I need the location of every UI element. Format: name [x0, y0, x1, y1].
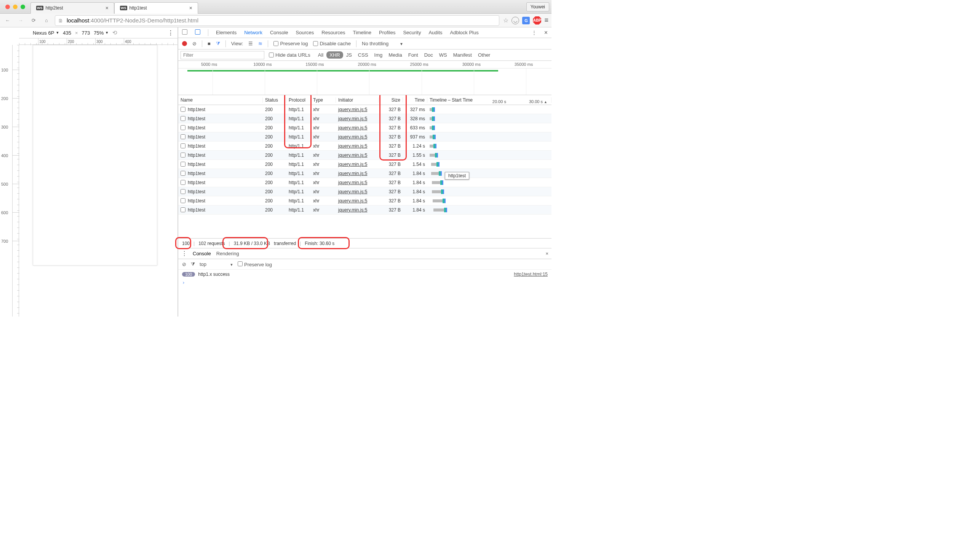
disable-cache-checkbox[interactable]: Disable cache [313, 41, 351, 47]
devtools-tab-sources[interactable]: Sources [296, 30, 314, 35]
console-log-line[interactable]: 100 http1.x success http1test.html:15 [178, 270, 552, 279]
throttling-select[interactable]: No throttling ▼ [362, 41, 403, 47]
url-input[interactable]: 🗎 localhost:4000/HTTP2-NodeJS-Demo/http1… [55, 15, 499, 26]
console-preserve-log-checkbox[interactable]: Preserve log [237, 262, 272, 267]
hide-data-urls-checkbox[interactable]: Hide data URLs [269, 52, 310, 58]
devtools-tab-security[interactable]: Security [403, 30, 421, 35]
devtools-tab-network[interactable]: Network [244, 30, 263, 35]
preserve-log-checkbox[interactable]: Preserve log [273, 41, 308, 47]
row-checkbox[interactable] [181, 153, 186, 158]
row-checkbox[interactable] [181, 143, 186, 148]
camera-icon[interactable]: ■ [207, 41, 211, 47]
devtools-tab-console[interactable]: Console [270, 30, 288, 35]
filter-input[interactable] [181, 51, 264, 59]
row-checkbox[interactable] [181, 125, 186, 130]
pocket-extension-icon[interactable]: ◡ [512, 17, 519, 24]
browser-tab-http2test[interactable]: WS http2test × [30, 2, 114, 14]
home-button[interactable]: ⌂ [42, 16, 51, 25]
view-list-icon[interactable]: ☰ [248, 41, 253, 47]
filter-type-js[interactable]: JS [343, 52, 355, 58]
network-request-row[interactable]: http1test200http/1.1xhrjquery.min.js:532… [178, 205, 552, 215]
filter-type-xhr[interactable]: XHR [326, 52, 343, 58]
google-translate-extension-icon[interactable]: G [522, 17, 530, 24]
row-checkbox[interactable] [181, 180, 186, 185]
devtools-tab-resources[interactable]: Resources [321, 30, 345, 35]
console-prompt[interactable]: › [178, 279, 552, 286]
device-menu-icon[interactable]: ⋮ [167, 29, 174, 37]
row-checkbox[interactable] [181, 162, 186, 167]
request-initiator[interactable]: jquery.min.js:5 [336, 153, 379, 158]
row-checkbox[interactable] [181, 198, 186, 203]
back-button[interactable]: ← [3, 16, 12, 25]
column-time[interactable]: Time [403, 97, 427, 103]
browser-menu-icon[interactable]: ≡ [544, 17, 549, 24]
filter-type-all[interactable]: All [315, 52, 326, 58]
network-request-row[interactable]: http1test200http/1.1xhrjquery.min.js:532… [178, 151, 552, 160]
column-initiator[interactable]: Initiator [336, 97, 379, 103]
request-initiator[interactable]: jquery.min.js:5 [336, 107, 379, 112]
bookmark-star-icon[interactable]: ☆ [503, 17, 508, 24]
column-status[interactable]: Status [263, 97, 286, 103]
filter-type-media[interactable]: Media [385, 52, 405, 58]
filter-type-css[interactable]: CSS [355, 52, 371, 58]
devtools-tab-timeline[interactable]: Timeline [353, 30, 371, 35]
device-mode-icon[interactable] [195, 29, 200, 36]
zoom-select[interactable]: 75% ▼ [94, 30, 109, 36]
reload-button[interactable]: ⟳ [29, 16, 38, 25]
request-initiator[interactable]: jquery.min.js:5 [336, 180, 379, 185]
clear-icon[interactable]: ⊘ [192, 41, 197, 47]
request-initiator[interactable]: jquery.min.js:5 [336, 143, 379, 149]
network-request-row[interactable]: http1test200http/1.1xhrjquery.min.js:532… [178, 105, 552, 114]
filter-icon[interactable]: ⧩ [216, 41, 220, 47]
network-request-row[interactable]: http1test200http/1.1xhrjquery.min.js:532… [178, 114, 552, 123]
minimize-window-icon[interactable] [13, 5, 18, 9]
devtools-tab-elements[interactable]: Elements [216, 30, 236, 35]
console-filter-icon[interactable]: ⧩ [191, 262, 195, 267]
log-source-link[interactable]: http1test.html:15 [514, 272, 548, 277]
devtools-tab-adblock-plus[interactable]: Adblock Plus [450, 30, 479, 35]
close-devtools-icon[interactable]: × [544, 29, 548, 36]
network-request-row[interactable]: http1test200http/1.1xhrjquery.min.js:532… [178, 160, 552, 169]
row-checkbox[interactable] [181, 207, 186, 212]
timeline-overview[interactable]: 5000 ms10000 ms15000 ms20000 ms25000 ms3… [178, 61, 552, 95]
profile-button[interactable]: Youwei [526, 2, 549, 12]
column-size[interactable]: Size [379, 97, 403, 103]
rendering-tab[interactable]: Rendering [216, 251, 239, 257]
column-name[interactable]: Name [178, 97, 263, 103]
viewport-height-input[interactable]: 773 [82, 30, 90, 36]
row-checkbox[interactable] [181, 134, 186, 139]
row-checkbox[interactable] [181, 171, 186, 176]
network-request-row[interactable]: http1test200http/1.1xhrjquery.min.js:532… [178, 169, 552, 178]
forward-button[interactable]: → [16, 16, 25, 25]
request-initiator[interactable]: jquery.min.js:5 [336, 207, 379, 213]
row-checkbox[interactable] [181, 107, 186, 112]
request-initiator[interactable]: jquery.min.js:5 [336, 189, 379, 194]
emulated-viewport[interactable] [33, 45, 157, 265]
network-request-row[interactable]: http1test200http/1.1xhrjquery.min.js:532… [178, 132, 552, 142]
rotate-icon[interactable]: ⟲ [112, 29, 117, 36]
column-type[interactable]: Type [311, 97, 336, 103]
device-select[interactable]: Nexus 6P ▼ [33, 30, 59, 36]
request-initiator[interactable]: jquery.min.js:5 [336, 171, 379, 176]
inspect-element-icon[interactable] [182, 29, 187, 36]
close-tab-icon[interactable]: × [189, 5, 192, 11]
view-waterfall-icon[interactable]: ≋ [258, 41, 263, 47]
request-initiator[interactable]: jquery.min.js:5 [336, 162, 379, 167]
close-tab-icon[interactable]: × [105, 5, 109, 11]
network-request-row[interactable]: http1test200http/1.1xhrjquery.min.js:532… [178, 142, 552, 151]
request-initiator[interactable]: jquery.min.js:5 [336, 134, 379, 140]
devtools-tab-profiles[interactable]: Profiles [379, 30, 395, 35]
row-checkbox[interactable] [181, 189, 186, 194]
viewport-width-input[interactable]: 435 [63, 30, 71, 36]
devtools-tab-audits[interactable]: Audits [428, 30, 442, 35]
filter-type-other[interactable]: Other [475, 52, 493, 58]
context-select[interactable]: top ▼ [199, 262, 233, 267]
adblock-extension-icon[interactable]: ABP [533, 17, 541, 25]
filter-type-ws[interactable]: WS [436, 52, 450, 58]
network-request-row[interactable]: http1test200http/1.1xhrjquery.min.js:532… [178, 187, 552, 196]
browser-tab-http1test[interactable]: WS http1test × [114, 2, 198, 14]
request-initiator[interactable]: jquery.min.js:5 [336, 198, 379, 203]
column-timeline[interactable]: Timeline – Start Time 20.00 s 30.00 s ▲ [427, 97, 552, 103]
clear-console-icon[interactable]: ⊘ [182, 262, 186, 267]
network-request-row[interactable]: http1test200http/1.1xhrjquery.min.js:532… [178, 123, 552, 132]
